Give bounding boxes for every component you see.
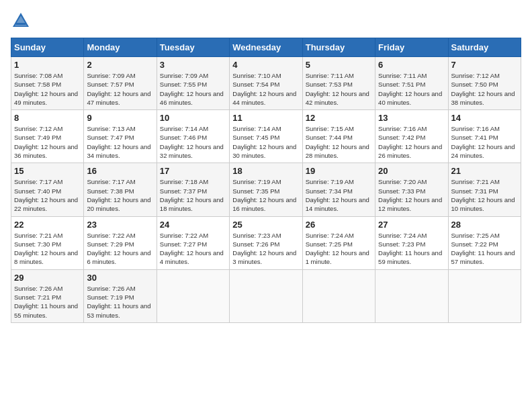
day-number: 7 [451,60,518,70]
cell-text: Sunrise: 7:11 AMSunset: 7:51 PMDaylight:… [378,72,442,106]
day-number: 23 [87,220,153,230]
day-number: 12 [306,113,372,123]
cell-text: Sunrise: 7:20 AMSunset: 7:33 PMDaylight:… [378,178,442,212]
day-number: 28 [451,220,518,230]
calendar-cell: 28 Sunrise: 7:25 AMSunset: 7:22 PMDaylig… [448,216,521,269]
day-number: 20 [378,166,445,176]
calendar-cell: 20 Sunrise: 7:20 AMSunset: 7:33 PMDaylig… [375,163,448,216]
calendar-cell: 7 Sunrise: 7:12 AMSunset: 7:50 PMDayligh… [448,57,521,110]
day-number: 18 [232,166,299,176]
day-number: 25 [232,220,299,230]
cell-text: Sunrise: 7:08 AMSunset: 7:58 PMDaylight:… [14,72,78,106]
day-number: 27 [378,220,445,230]
calendar-header-thursday: Thursday [302,38,375,57]
cell-text: Sunrise: 7:12 AMSunset: 7:50 PMDaylight:… [451,72,515,106]
calendar-cell: 26 Sunrise: 7:24 AMSunset: 7:25 PMDaylig… [302,216,375,269]
calendar-header-friday: Friday [375,38,448,57]
calendar-cell: 11 Sunrise: 7:14 AMSunset: 7:45 PMDaylig… [230,110,302,163]
calendar-header-sunday: Sunday [11,38,84,57]
cell-text: Sunrise: 7:09 AMSunset: 7:57 PMDaylight:… [87,72,150,106]
day-number: 17 [160,166,226,176]
calendar-cell: 18 Sunrise: 7:19 AMSunset: 7:35 PMDaylig… [230,163,302,216]
day-number: 3 [160,60,226,70]
page-container: SundayMondayTuesdayWednesdayThursdayFrid… [0,0,532,328]
calendar-cell: 25 Sunrise: 7:23 AMSunset: 7:26 PMDaylig… [230,216,302,269]
calendar-week-row: 15 Sunrise: 7:17 AMSunset: 7:40 PMDaylig… [11,163,521,216]
day-number: 8 [14,113,81,123]
day-number: 11 [232,113,299,123]
calendar-cell: 27 Sunrise: 7:24 AMSunset: 7:23 PMDaylig… [375,216,448,269]
calendar-cell: 23 Sunrise: 7:22 AMSunset: 7:29 PMDaylig… [84,216,157,269]
day-number: 22 [14,220,81,230]
calendar-cell: 1 Sunrise: 7:08 AMSunset: 7:58 PMDayligh… [11,57,84,110]
cell-text: Sunrise: 7:16 AMSunset: 7:41 PMDaylight:… [451,125,515,159]
calendar-cell: 24 Sunrise: 7:22 AMSunset: 7:27 PMDaylig… [157,216,229,269]
day-number: 4 [232,60,299,70]
calendar-cell [448,269,521,322]
cell-text: Sunrise: 7:19 AMSunset: 7:34 PMDaylight:… [306,178,369,212]
calendar-cell: 12 Sunrise: 7:15 AMSunset: 7:44 PMDaylig… [302,110,375,163]
cell-text: Sunrise: 7:16 AMSunset: 7:42 PMDaylight:… [378,125,442,159]
calendar-cell: 21 Sunrise: 7:21 AMSunset: 7:31 PMDaylig… [448,163,521,216]
calendar-cell: 13 Sunrise: 7:16 AMSunset: 7:42 PMDaylig… [375,110,448,163]
day-number: 1 [14,60,81,70]
cell-text: Sunrise: 7:22 AMSunset: 7:29 PMDaylight:… [87,232,150,266]
day-number: 30 [87,273,153,283]
calendar-cell: 22 Sunrise: 7:21 AMSunset: 7:30 PMDaylig… [11,216,84,269]
calendar-cell: 10 Sunrise: 7:14 AMSunset: 7:46 PMDaylig… [157,110,229,163]
calendar-cell [157,269,229,322]
logo-icon [11,11,31,31]
day-number: 19 [306,166,372,176]
cell-text: Sunrise: 7:25 AMSunset: 7:22 PMDaylight:… [451,232,515,266]
day-number: 2 [87,60,153,70]
calendar-week-row: 8 Sunrise: 7:12 AMSunset: 7:49 PMDayligh… [11,110,521,163]
cell-text: Sunrise: 7:17 AMSunset: 7:38 PMDaylight:… [87,178,150,212]
calendar-cell [375,269,448,322]
calendar-week-row: 1 Sunrise: 7:08 AMSunset: 7:58 PMDayligh… [11,57,521,110]
cell-text: Sunrise: 7:21 AMSunset: 7:31 PMDaylight:… [451,178,515,212]
header [11,11,521,31]
cell-text: Sunrise: 7:12 AMSunset: 7:49 PMDaylight:… [14,125,78,159]
calendar-cell [230,269,302,322]
calendar-cell: 30 Sunrise: 7:26 AMSunset: 7:19 PMDaylig… [84,269,157,322]
day-number: 9 [87,113,153,123]
cell-text: Sunrise: 7:19 AMSunset: 7:35 PMDaylight:… [232,178,296,212]
cell-text: Sunrise: 7:24 AMSunset: 7:25 PMDaylight:… [306,232,369,266]
calendar-cell: 9 Sunrise: 7:13 AMSunset: 7:47 PMDayligh… [84,110,157,163]
calendar-week-row: 22 Sunrise: 7:21 AMSunset: 7:30 PMDaylig… [11,216,521,269]
calendar-cell: 15 Sunrise: 7:17 AMSunset: 7:40 PMDaylig… [11,163,84,216]
calendar-cell: 29 Sunrise: 7:26 AMSunset: 7:21 PMDaylig… [11,269,84,322]
logo [11,11,34,31]
calendar-header-tuesday: Tuesday [157,38,229,57]
cell-text: Sunrise: 7:21 AMSunset: 7:30 PMDaylight:… [14,232,78,266]
cell-text: Sunrise: 7:15 AMSunset: 7:44 PMDaylight:… [306,125,369,159]
cell-text: Sunrise: 7:11 AMSunset: 7:53 PMDaylight:… [306,72,369,106]
calendar-cell: 4 Sunrise: 7:10 AMSunset: 7:54 PMDayligh… [230,57,302,110]
calendar-cell [302,269,375,322]
calendar-cell: 3 Sunrise: 7:09 AMSunset: 7:55 PMDayligh… [157,57,229,110]
day-number: 10 [160,113,226,123]
cell-text: Sunrise: 7:26 AMSunset: 7:19 PMDaylight:… [87,285,150,319]
cell-text: Sunrise: 7:09 AMSunset: 7:55 PMDaylight:… [160,72,224,106]
cell-text: Sunrise: 7:23 AMSunset: 7:26 PMDaylight:… [232,232,296,266]
calendar-cell: 17 Sunrise: 7:18 AMSunset: 7:37 PMDaylig… [157,163,229,216]
day-number: 15 [14,166,81,176]
cell-text: Sunrise: 7:14 AMSunset: 7:45 PMDaylight:… [232,125,296,159]
day-number: 26 [306,220,372,230]
day-number: 6 [378,60,445,70]
calendar-header-monday: Monday [84,38,157,57]
calendar-header-wednesday: Wednesday [230,38,302,57]
cell-text: Sunrise: 7:10 AMSunset: 7:54 PMDaylight:… [232,72,296,106]
calendar-header-saturday: Saturday [448,38,521,57]
calendar-table: SundayMondayTuesdayWednesdayThursdayFrid… [11,38,521,323]
day-number: 21 [451,166,518,176]
calendar-cell: 14 Sunrise: 7:16 AMSunset: 7:41 PMDaylig… [448,110,521,163]
calendar-cell: 16 Sunrise: 7:17 AMSunset: 7:38 PMDaylig… [84,163,157,216]
day-number: 16 [87,166,153,176]
day-number: 24 [160,220,226,230]
cell-text: Sunrise: 7:13 AMSunset: 7:47 PMDaylight:… [87,125,150,159]
cell-text: Sunrise: 7:22 AMSunset: 7:27 PMDaylight:… [160,232,224,266]
day-number: 14 [451,113,518,123]
calendar-cell: 2 Sunrise: 7:09 AMSunset: 7:57 PMDayligh… [84,57,157,110]
calendar-cell: 5 Sunrise: 7:11 AMSunset: 7:53 PMDayligh… [302,57,375,110]
